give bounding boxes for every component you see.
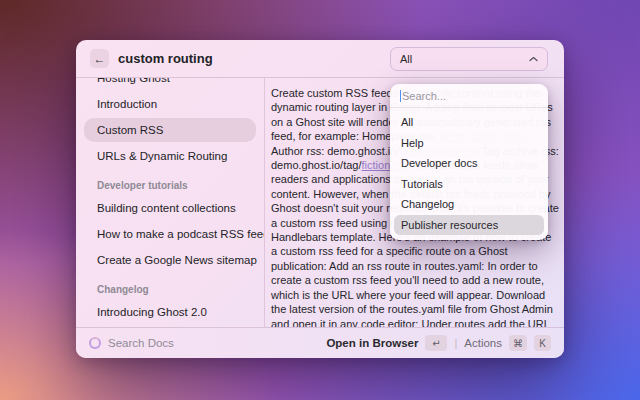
sidebar-section-developer-tutorials: Developer tutorials: [84, 176, 256, 194]
sidebar-item-podcast-rss-feed[interactable]: How to make a podcast RSS feed: [84, 222, 256, 246]
dropdown-option-all[interactable]: All: [394, 112, 544, 133]
footer-search-input[interactable]: Search Docs: [108, 337, 326, 349]
sidebar-section-changelog: Changelog: [84, 280, 256, 298]
actions-button[interactable]: Actions: [464, 337, 502, 349]
chevron-up-icon: [529, 56, 538, 62]
category-dropdown-panel: All Help Developer docs Tutorials Change…: [390, 84, 548, 240]
sidebar-item-google-news-sitemap[interactable]: Create a Google News sitemap: [84, 248, 256, 272]
back-arrow-icon: ←: [94, 52, 106, 66]
sidebar-item-hosting-ghost[interactable]: Hosting Ghost: [84, 78, 256, 90]
desktop-background: { "header": { "back_label": "←", "title"…: [0, 0, 640, 400]
dropdown-option-tutorials[interactable]: Tutorials: [394, 174, 544, 195]
sidebar-item-custom-rss[interactable]: Custom RSS: [84, 118, 256, 142]
footer-actions-group: Open in Browser ↵ | Actions ⌘ K: [326, 335, 551, 351]
command-keycap: ⌘: [509, 335, 527, 351]
category-select-value: All: [400, 53, 412, 65]
sidebar-item-urls-dynamic-routing[interactable]: URLs & Dynamic Routing: [84, 144, 256, 168]
sidebar-item-building-content-collections[interactable]: Building content collections: [84, 196, 256, 220]
dropdown-option-changelog[interactable]: Changelog: [394, 194, 544, 215]
dropdown-search-row: [390, 84, 548, 108]
back-button[interactable]: ←: [90, 49, 109, 68]
sidebar-item-introduction[interactable]: Introduction: [84, 92, 256, 116]
page-title: custom routing: [118, 51, 213, 66]
dropdown-option-help[interactable]: Help: [394, 133, 544, 154]
k-keycap: K: [534, 335, 551, 351]
open-in-browser-button[interactable]: Open in Browser: [326, 337, 418, 349]
sidebar-item-introducing-ghost-2-0[interactable]: Introducing Ghost 2.0: [84, 300, 256, 324]
dropdown-option-developer-docs[interactable]: Developer docs: [394, 153, 544, 174]
dropdown-search-input[interactable]: [402, 90, 538, 102]
dropdown-option-publisher-resources[interactable]: Publisher resources: [394, 215, 544, 236]
category-select[interactable]: All: [390, 47, 548, 71]
modal-header: ← custom routing All: [76, 40, 564, 78]
article-text: Author rss: demo.ghost.io/: [271, 145, 399, 157]
return-keycap: ↵: [425, 335, 447, 351]
search-docs-modal: ← custom routing All Hosting Ghost Intro…: [76, 40, 564, 358]
text-caret: [400, 90, 401, 102]
dropdown-option-list: All Help Developer docs Tutorials Change…: [390, 108, 548, 235]
footer-divider: |: [454, 337, 457, 349]
modal-footer: Search Docs Open in Browser ↵ | Actions …: [76, 327, 564, 358]
loading-ring-icon: [89, 337, 101, 349]
sidebar: Hosting Ghost Introduction Custom RSS UR…: [76, 78, 264, 327]
